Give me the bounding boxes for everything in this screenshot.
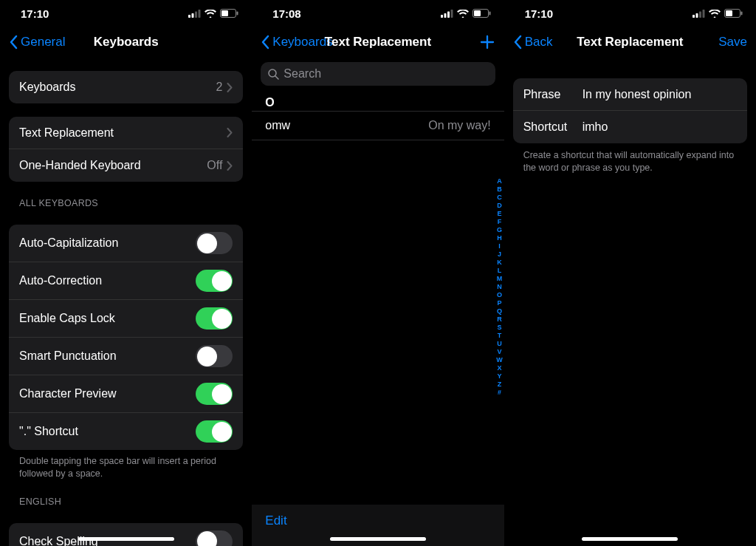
- nav-title: Text Replacement: [325, 35, 431, 50]
- edit-fields-group: Phrase In my honest opinion Shortcut imh…: [513, 78, 747, 143]
- toggle-row: Enable Caps Lock: [9, 300, 243, 338]
- index-rail[interactable]: ABCDEFGHIJKLMNOPQRSTUVWXYZ#: [496, 177, 503, 397]
- index-letter[interactable]: S: [497, 324, 501, 332]
- row-label: Auto-Capitalization: [19, 236, 196, 250]
- one-handed-row[interactable]: One-Handed Keyboard Off: [9, 149, 243, 182]
- row-value: 2: [216, 81, 222, 94]
- plus-icon: [479, 34, 495, 50]
- english-group: Check SpellingPredictiveSlide to TypeDel…: [9, 523, 243, 546]
- home-indicator[interactable]: [78, 537, 174, 541]
- index-letter[interactable]: U: [497, 340, 502, 348]
- nav-back-label: Back: [525, 35, 553, 50]
- svg-rect-6: [237, 12, 238, 16]
- toggle-switch[interactable]: [196, 420, 233, 443]
- index-letter[interactable]: D: [497, 202, 502, 210]
- toggle-knob: [212, 309, 232, 329]
- row-label: Text Replacement: [19, 126, 227, 140]
- chevron-left-icon: [9, 35, 18, 50]
- home-indicator[interactable]: [582, 537, 678, 541]
- replacement-row[interactable]: omw On my way!: [252, 111, 504, 140]
- index-letter[interactable]: X: [497, 364, 501, 372]
- keyboards-row[interactable]: Keyboards 2: [9, 71, 243, 103]
- index-letter[interactable]: A: [497, 177, 502, 185]
- index-letter[interactable]: L: [498, 267, 502, 275]
- index-letter[interactable]: T: [498, 332, 502, 340]
- chevron-left-icon: [513, 35, 522, 50]
- status-time: 17:10: [525, 7, 553, 20]
- toggle-switch[interactable]: [196, 530, 233, 546]
- screen-text-replacement-list: 17:08 Keyboards Text Replacement O omw O…: [252, 0, 504, 546]
- index-letter[interactable]: O: [497, 291, 502, 299]
- index-letter[interactable]: K: [497, 259, 502, 267]
- add-button[interactable]: [479, 34, 495, 50]
- row-phrase: On my way!: [428, 119, 490, 132]
- cell-signal-icon: [693, 10, 705, 18]
- home-indicator[interactable]: [330, 537, 426, 541]
- phrase-value[interactable]: In my honest opinion: [583, 88, 737, 101]
- search-field[interactable]: [261, 62, 495, 86]
- index-letter[interactable]: G: [497, 226, 502, 234]
- index-letter[interactable]: Z: [498, 381, 502, 389]
- svg-rect-2: [195, 11, 197, 18]
- nav-back-label: General: [21, 35, 65, 50]
- edit-button[interactable]: Edit: [265, 513, 286, 528]
- index-letter[interactable]: W: [496, 356, 503, 364]
- search-input[interactable]: [284, 67, 487, 81]
- svg-rect-7: [441, 15, 443, 18]
- battery-icon: [472, 9, 491, 18]
- status-time: 17:10: [21, 7, 49, 20]
- index-letter[interactable]: I: [498, 242, 501, 250]
- index-letter[interactable]: N: [497, 283, 502, 291]
- toggle-knob: [197, 531, 217, 546]
- toggle-row: Check Spelling: [9, 523, 243, 546]
- battery-icon: [220, 9, 238, 18]
- index-letter[interactable]: H: [497, 234, 502, 242]
- status-icons: [441, 9, 491, 18]
- shortcut-value[interactable]: imho: [583, 120, 737, 134]
- toggle-switch[interactable]: [196, 232, 233, 254]
- index-letter[interactable]: J: [498, 250, 501, 259]
- toggle-switch[interactable]: [196, 345, 233, 367]
- index-letter[interactable]: Q: [497, 307, 502, 315]
- toggle-row: Auto-Correction: [9, 262, 243, 300]
- status-bar: 17:08: [252, 0, 504, 27]
- index-letter[interactable]: E: [497, 210, 501, 218]
- index-letter[interactable]: P: [497, 299, 501, 307]
- svg-rect-18: [702, 10, 704, 18]
- toggle-row: Smart Punctuation: [9, 338, 243, 375]
- nav-back-button[interactable]: Keyboards: [261, 35, 332, 50]
- shortcut-label: Shortcut: [523, 120, 583, 134]
- svg-rect-16: [695, 13, 698, 18]
- toggle-knob: [212, 422, 232, 442]
- svg-rect-17: [699, 11, 701, 18]
- save-button[interactable]: Save: [718, 35, 747, 50]
- index-letter[interactable]: #: [498, 389, 501, 397]
- index-letter[interactable]: C: [497, 194, 502, 202]
- shortcut-field-row[interactable]: Shortcut imho: [513, 111, 747, 143]
- phrase-field-row[interactable]: Phrase In my honest opinion: [513, 78, 747, 111]
- index-letter[interactable]: Y: [497, 372, 501, 381]
- chevron-right-icon: [227, 83, 233, 92]
- nav-back-button[interactable]: General: [9, 35, 65, 50]
- nav-bar: General Keyboards: [0, 27, 252, 58]
- index-letter[interactable]: M: [497, 275, 503, 283]
- index-letter[interactable]: V: [497, 348, 501, 356]
- toggle-switch[interactable]: [196, 307, 233, 330]
- row-label: Smart Punctuation: [19, 349, 196, 363]
- edit-footer: Create a shortcut that will automaticall…: [504, 143, 756, 174]
- svg-rect-8: [444, 13, 446, 18]
- wifi-icon: [205, 10, 216, 18]
- chevron-left-icon: [261, 35, 269, 50]
- svg-rect-21: [740, 12, 742, 16]
- toggle-switch[interactable]: [196, 383, 233, 405]
- toggle-switch[interactable]: [196, 270, 233, 292]
- nav-title: Keyboards: [94, 35, 159, 50]
- index-letter[interactable]: B: [497, 185, 502, 194]
- index-letter[interactable]: R: [497, 315, 502, 324]
- chevron-right-icon: [227, 128, 233, 137]
- status-time: 17:08: [272, 7, 300, 20]
- row-label: One-Handed Keyboard: [19, 159, 207, 172]
- index-letter[interactable]: F: [498, 218, 502, 226]
- nav-back-button[interactable]: Back: [513, 35, 553, 50]
- text-replacement-row[interactable]: Text Replacement: [9, 117, 243, 149]
